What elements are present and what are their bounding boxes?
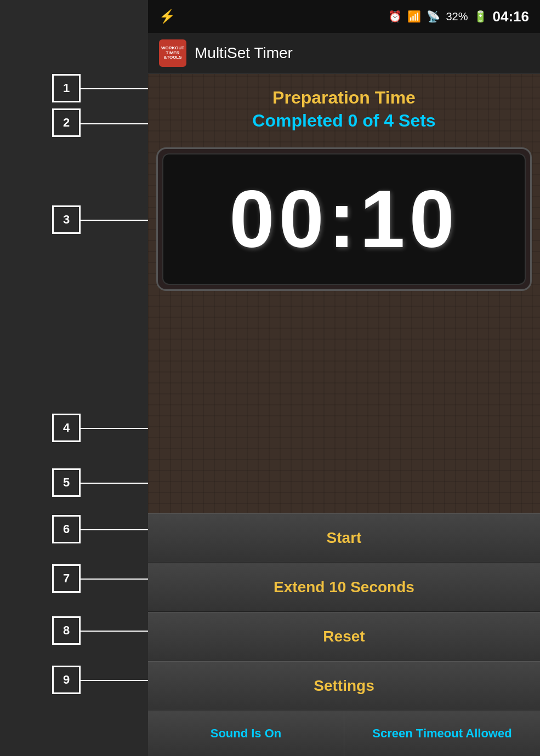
- connector-3: [81, 220, 148, 221]
- connector-5: [81, 483, 148, 484]
- annotation-2: 2: [52, 108, 81, 137]
- usb-icon: ⚡: [159, 9, 175, 24]
- bottom-toggles: Sound Is On Screen Timeout Allowed: [148, 711, 540, 756]
- spacer: [148, 302, 540, 513]
- app-container: ⚡ ⏰ 📶 📡 32% 🔋 04:16 WORKOUTTIMER&TOOLS M…: [148, 0, 540, 756]
- timer-header: Preparation Time Completed 0 of 4 Sets: [148, 74, 540, 136]
- timer-display-wrapper: 00:10: [156, 147, 532, 291]
- annotation-4: 4: [52, 414, 81, 442]
- screen-timeout-toggle-button[interactable]: Screen Timeout Allowed: [344, 711, 540, 756]
- connector-6: [81, 529, 148, 530]
- annotation-sidebar: 1 2 3 4 5 6 7 8 9: [0, 0, 148, 756]
- annotation-6: 6: [52, 515, 81, 543]
- sets-completed-label: Completed 0 of 4 Sets: [154, 111, 535, 131]
- alarm-icon: ⏰: [388, 10, 402, 23]
- annotation-8: 8: [52, 616, 81, 645]
- connector-7: [81, 579, 148, 580]
- annotation-9: 9: [52, 666, 81, 694]
- settings-button[interactable]: Settings: [148, 661, 540, 711]
- annotation-5: 5: [52, 468, 81, 497]
- status-right: ⏰ 📶 📡 32% 🔋 04:16: [388, 8, 529, 25]
- wifi-icon: 📶: [407, 10, 421, 23]
- connector-9: [81, 680, 148, 681]
- title-bar: WORKOUTTIMER&TOOLS MultiSet Timer: [148, 33, 540, 74]
- main-content: Preparation Time Completed 0 of 4 Sets 0…: [148, 74, 540, 756]
- timer-digits: 00:10: [229, 179, 459, 260]
- status-time: 04:16: [493, 8, 530, 25]
- preparation-time-label: Preparation Time: [154, 88, 535, 108]
- battery-percent: 32%: [446, 10, 468, 23]
- extend-button[interactable]: Extend 10 Seconds: [148, 563, 540, 612]
- app-icon: WORKOUTTIMER&TOOLS: [159, 39, 186, 67]
- sound-toggle-button[interactable]: Sound Is On: [148, 711, 344, 756]
- connector-8: [81, 631, 148, 632]
- annotation-1: 1: [52, 74, 81, 102]
- connector-4: [81, 428, 148, 429]
- connector-1: [81, 88, 148, 89]
- annotation-3: 3: [52, 205, 81, 234]
- timer-display: 00:10: [162, 153, 526, 285]
- connector-2: [81, 123, 148, 124]
- start-button[interactable]: Start: [148, 513, 540, 563]
- status-bar: ⚡ ⏰ 📶 📡 32% 🔋 04:16: [148, 0, 540, 33]
- annotation-7: 7: [52, 564, 81, 593]
- signal-icon: 📡: [427, 10, 440, 23]
- battery-icon: 🔋: [474, 10, 487, 23]
- app-title: MultiSet Timer: [195, 44, 293, 62]
- reset-button[interactable]: Reset: [148, 612, 540, 661]
- buttons-section: Start Extend 10 Seconds Reset Settings S…: [148, 513, 540, 756]
